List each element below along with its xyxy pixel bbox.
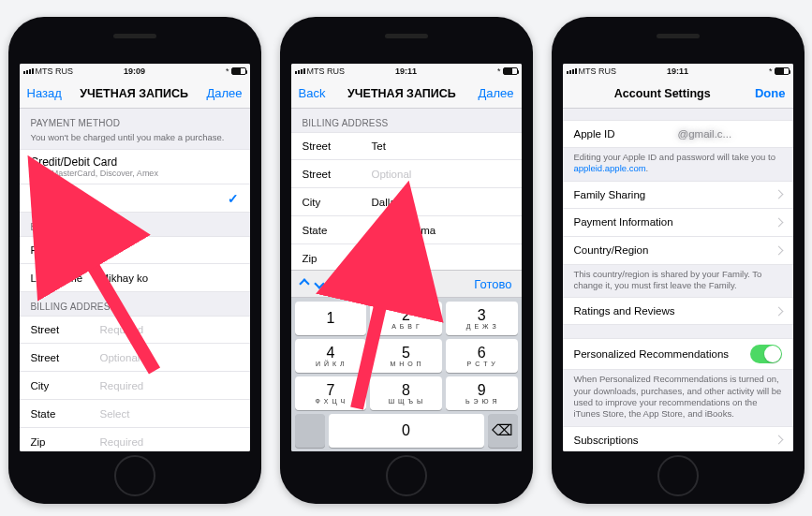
key-9[interactable]: 9Ь Э Ю Я xyxy=(446,376,518,410)
keyboard-done-button[interactable]: Готово xyxy=(474,277,511,291)
battery-icon xyxy=(503,67,518,75)
appleid-link[interactable]: appleid.apple.com xyxy=(574,163,646,173)
key-2[interactable]: 2А Б В Г xyxy=(370,302,442,335)
phone-3: MTS RUS 19:11 * Account Settings Done Ap… xyxy=(552,17,805,504)
back-button[interactable]: Назад xyxy=(27,86,62,100)
carrier: MTS RUS xyxy=(307,66,346,76)
card-sub: Visa, MasterCard, Discover, Amex xyxy=(31,169,239,178)
zip-row[interactable]: ZipRequired xyxy=(20,428,250,451)
next-button[interactable]: Далее xyxy=(206,86,242,100)
signal-icon xyxy=(23,68,34,74)
key-6[interactable]: 6Р С Т У xyxy=(446,339,518,373)
backspace-key[interactable]: ⌫ xyxy=(488,414,518,448)
key-1[interactable]: 1 xyxy=(295,302,367,335)
section-payment-method: PAYMENT METHOD xyxy=(20,109,250,132)
screen: MTS RUS 19:09 * Назад УЧЕТНАЯ ЗАПИСЬ Дал… xyxy=(20,64,250,451)
status-time: 19:11 xyxy=(395,66,417,76)
zip-field[interactable]: 36310 xyxy=(372,253,510,264)
phone-1: MTS RUS 19:09 * Назад УЧЕТНАЯ ЗАПИСЬ Дал… xyxy=(8,17,261,504)
street2-row[interactable]: StreetOptional xyxy=(20,344,250,372)
section-billing-name: BILLING NAME xyxy=(20,213,250,236)
next-field-button[interactable] xyxy=(314,278,324,288)
phone-2: MTS RUS 19:11 * Back УЧЕТНАЯ ЗАПИСЬ Дале… xyxy=(280,17,533,504)
key-3[interactable]: 3Д Е Ж З xyxy=(446,302,518,335)
prev-field-button[interactable] xyxy=(299,278,309,288)
subscriptions-row[interactable]: Subscriptions xyxy=(563,426,793,451)
keyboard-accessory: Готово xyxy=(291,270,522,298)
ratings-row[interactable]: Ratings and Reviews xyxy=(563,297,793,325)
last-name-field[interactable]: Mikhay ko xyxy=(100,273,239,284)
first-name-label: First Name xyxy=(31,244,100,256)
chevron-right-icon xyxy=(774,435,783,445)
key-0[interactable]: 0 xyxy=(329,414,484,448)
street1-row[interactable]: StreetTet xyxy=(291,132,522,160)
city-row[interactable]: CityDallas xyxy=(291,188,522,216)
next-button[interactable]: Далее xyxy=(478,86,513,100)
country-region-row[interactable]: Country/Region xyxy=(563,237,793,265)
payment-footer: You won't be charged until you make a pu… xyxy=(20,132,250,149)
page-title: УЧЕТНАЯ ЗАПИСЬ xyxy=(347,87,456,100)
first-name-field[interactable]: S v xyxy=(100,244,239,256)
street1-row[interactable]: StreetRequired xyxy=(20,316,250,344)
carrier: MTS RUS xyxy=(36,66,74,76)
apple-id-value: @gmail.c... xyxy=(678,128,782,140)
status-time: 19:11 xyxy=(667,66,688,76)
nav-bar: Back УЧЕТНАЯ ЗАПИСЬ Далее xyxy=(291,79,522,109)
state-field[interactable]: Select xyxy=(100,408,239,420)
battery-icon xyxy=(775,67,790,75)
content: Apple ID @gmail.c... Editing your Apple … xyxy=(563,109,793,451)
signal-icon xyxy=(567,68,577,74)
content: PAYMENT METHOD You won't be charged unti… xyxy=(20,109,250,451)
personalized-rec-toggle[interactable] xyxy=(750,345,782,363)
first-name-row[interactable]: First Name S v xyxy=(20,236,250,264)
backspace-icon: ⌫ xyxy=(492,423,513,438)
status-bar: MTS RUS 19:11 * xyxy=(291,64,522,79)
chevron-right-icon xyxy=(774,245,783,255)
battery-icon xyxy=(231,67,246,75)
street2-row[interactable]: StreetOptional xyxy=(291,160,522,188)
carrier: MTS RUS xyxy=(579,66,617,76)
content: BILLING ADDRESS StreetTet StreetOptional… xyxy=(291,109,522,451)
nav-bar: Назад УЧЕТНАЯ ЗАПИСЬ Далее xyxy=(20,79,250,109)
street1-field[interactable]: Tet xyxy=(372,140,510,152)
street1-field[interactable]: Required xyxy=(100,324,239,335)
credit-card-option[interactable]: Credit/Debit Card Visa, MasterCard, Disc… xyxy=(20,149,250,184)
chevron-right-icon xyxy=(774,217,783,227)
payment-info-row[interactable]: Payment Information xyxy=(563,209,793,237)
street2-field[interactable]: Optional xyxy=(100,352,239,363)
key-5[interactable]: 5М Н О П xyxy=(370,339,442,373)
personalized-rec-footer: When Personalized Recommendations is tur… xyxy=(563,370,793,425)
street2-field[interactable]: Optional xyxy=(372,169,510,180)
state-field[interactable]: AL - Alabama xyxy=(372,225,510,236)
city-row[interactable]: CityRequired xyxy=(20,372,250,400)
key-7[interactable]: 7Ф Х Ц Ч xyxy=(295,376,367,410)
personalized-rec-row[interactable]: Personalized Recommendations xyxy=(563,338,793,370)
section-billing-addr: BILLING ADDRESS xyxy=(291,109,522,132)
page-title: Account Settings xyxy=(614,87,711,100)
city-field[interactable]: Required xyxy=(100,380,239,391)
zip-field[interactable]: Required xyxy=(100,436,239,448)
done-button[interactable]: Done xyxy=(755,86,786,100)
city-field[interactable]: Dallas xyxy=(372,197,510,208)
screen: MTS RUS 19:11 * Account Settings Done Ap… xyxy=(563,64,793,451)
state-row[interactable]: StateAL - Alabama xyxy=(291,216,522,244)
card-label: Credit/Debit Card xyxy=(31,155,239,169)
last-name-row[interactable]: Last Name Mikhay ko xyxy=(20,264,250,292)
screen: MTS RUS 19:11 * Back УЧЕТНАЯ ЗАПИСЬ Дале… xyxy=(291,64,522,451)
nav-bar: Account Settings Done xyxy=(563,79,793,109)
status-bar: MTS RUS 19:11 * xyxy=(563,64,793,79)
page-title: УЧЕТНАЯ ЗАПИСЬ xyxy=(80,87,188,100)
zip-row[interactable]: Zip36310 xyxy=(291,244,522,273)
state-row[interactable]: StateSelect xyxy=(20,400,250,428)
apple-id-row[interactable]: Apple ID @gmail.c... xyxy=(563,120,793,148)
key-4[interactable]: 4И Й К Л xyxy=(295,339,367,373)
family-sharing-row[interactable]: Family Sharing xyxy=(563,181,793,209)
chevron-right-icon xyxy=(774,190,783,199)
back-button[interactable]: Back xyxy=(299,86,326,100)
signal-icon xyxy=(295,68,305,74)
section-billing-addr: BILLING ADDRESS xyxy=(20,292,250,316)
none-option[interactable]: None ✓ xyxy=(20,184,250,213)
key-8[interactable]: 8Ш Щ Ъ Ы xyxy=(370,376,442,410)
numeric-keypad: 1 2А Б В Г 3Д Е Ж З 4И Й К Л 5М Н О П 6Р… xyxy=(291,298,522,451)
country-footer: This country/region is shared by your Fa… xyxy=(563,265,793,298)
